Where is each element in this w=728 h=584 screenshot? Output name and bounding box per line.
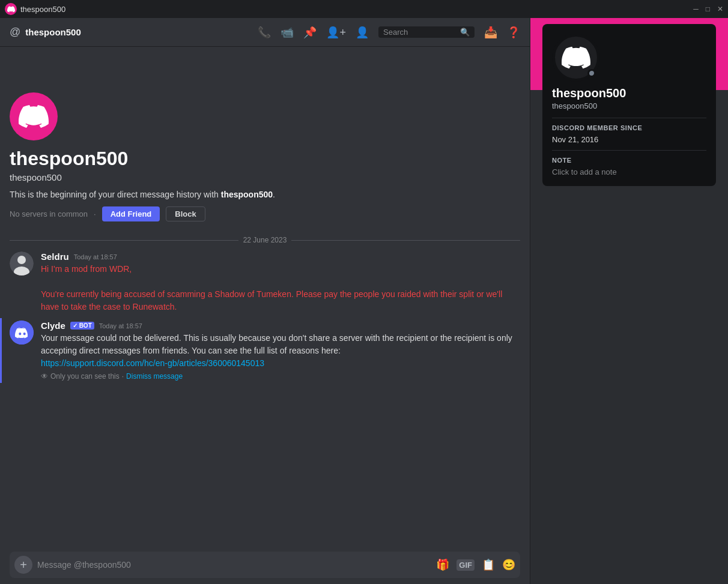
add-friend-icon[interactable]: 👤+ xyxy=(326,26,346,39)
video-icon[interactable]: 📹 xyxy=(281,26,294,39)
search-input[interactable] xyxy=(383,28,458,37)
profile-intro: thespoon500 thespoon500 This is the begi… xyxy=(0,56,530,231)
profile-name: thespoon500 xyxy=(10,148,520,170)
profile-card: thespoon500 thespoon500 DISCORD MEMBER S… xyxy=(542,24,716,186)
search-box[interactable]: 🔍 xyxy=(378,26,475,38)
titlebar-controls[interactable]: ─ □ ✕ xyxy=(693,5,723,13)
member-since-value: Nov 21, 2016 xyxy=(552,135,706,144)
profile-icon[interactable]: 👤 xyxy=(356,26,369,39)
seldru-message-header: Seldru Today at 18:57 xyxy=(41,251,520,262)
app-logo xyxy=(5,3,17,15)
input-box: + 🎁 GIF 📋 😊 xyxy=(10,552,520,578)
ephemeral-text: Only you can see this xyxy=(50,372,120,381)
dm-icon: @ xyxy=(10,26,20,38)
close-button[interactable]: ✕ xyxy=(717,5,723,13)
note-label: NOTE xyxy=(552,157,706,164)
add-attachment-button[interactable]: + xyxy=(14,556,32,574)
profile-description: This is the beginning of your direct mes… xyxy=(10,190,520,199)
clyde-avatar xyxy=(10,321,34,345)
seldru-message-content: Seldru Today at 18:57 Hi I'm a mod from … xyxy=(41,251,520,313)
input-area: + 🎁 GIF 📋 😊 xyxy=(0,546,530,584)
eye-icon: 👁 xyxy=(41,372,48,381)
chat-area: @ thespoon500 📞 📹 📌 👤+ 👤 🔍 📥 ❓ xyxy=(0,18,530,584)
seldru-author: Seldru xyxy=(41,251,69,262)
help-icon[interactable]: ❓ xyxy=(507,26,520,39)
toolbar-username: thespoon500 xyxy=(25,27,81,37)
profile-card-wrapper: thespoon500 thespoon500 DISCORD MEMBER S… xyxy=(530,60,728,186)
profile-actions: No servers in common · Add Friend Block xyxy=(10,206,520,221)
profile-handle: thespoon500 xyxy=(10,172,520,182)
clyde-message-header: Clyde ✓ BOT Today at 18:57 xyxy=(41,321,520,331)
titlebar-left: thespoon500 xyxy=(5,3,65,15)
message-group: Seldru Today at 18:57 Hi I'm a mod from … xyxy=(0,249,530,316)
note-field[interactable]: Click to add a note xyxy=(552,167,706,176)
right-panel: thespoon500 thespoon500 DISCORD MEMBER S… xyxy=(530,18,728,584)
clyde-link[interactable]: https://support.discord.com/hc/en-gb/art… xyxy=(41,358,264,368)
desc-before: This is the beginning of your direct mes… xyxy=(10,190,221,199)
add-friend-button[interactable]: Add Friend xyxy=(102,206,160,221)
user-avatar xyxy=(10,92,58,140)
profile-card-handle: thespoon500 xyxy=(552,101,706,110)
maximize-button[interactable]: □ xyxy=(706,5,710,13)
clyde-author: Clyde xyxy=(41,321,65,331)
titlebar: thespoon500 ─ □ ✕ xyxy=(0,0,728,18)
toolbar-icons: 📞 📹 📌 👤+ 👤 🔍 📥 ❓ xyxy=(258,26,520,39)
desc-bold: thespoon500 xyxy=(221,190,273,199)
profile-card-name: thespoon500 xyxy=(552,86,706,100)
profile-card-divider-2 xyxy=(552,150,706,151)
seldru-text: Hi I'm a mod from WDR, You're currently … xyxy=(41,263,520,313)
no-servers-text: No servers in common xyxy=(10,209,88,218)
block-button[interactable]: Block xyxy=(166,206,205,221)
emoji-icon[interactable]: 😊 xyxy=(502,558,515,571)
search-icon: 🔍 xyxy=(460,28,470,37)
member-since-label: DISCORD MEMBER SINCE xyxy=(552,124,706,131)
inbox-icon[interactable]: 📥 xyxy=(484,26,497,39)
dismiss-button[interactable]: Dismiss message xyxy=(126,372,183,381)
status-dot xyxy=(587,69,596,77)
toolbar: @ thespoon500 📞 📹 📌 👤+ 👤 🔍 📥 ❓ xyxy=(0,18,530,47)
minimize-button[interactable]: ─ xyxy=(693,5,699,13)
phone-icon[interactable]: 📞 xyxy=(258,26,271,39)
message-input[interactable] xyxy=(37,560,431,570)
gift-icon[interactable]: 🎁 xyxy=(436,558,449,571)
titlebar-app-name: thespoon500 xyxy=(20,5,65,14)
date-label: 22 June 2023 xyxy=(243,236,287,244)
desc-after: . xyxy=(273,190,275,199)
seldru-timestamp: Today at 18:57 xyxy=(74,253,117,260)
profile-card-avatar xyxy=(552,34,600,82)
seldru-avatar xyxy=(10,251,34,275)
clyde-message-group: Clyde ✓ BOT Today at 18:57 Your message … xyxy=(0,318,530,383)
sticker-icon[interactable]: 📋 xyxy=(482,558,495,571)
clyde-text: Your message could not be delivered. Thi… xyxy=(41,332,520,370)
svg-point-1 xyxy=(17,256,26,264)
profile-card-divider xyxy=(552,118,706,118)
clyde-timestamp: Today at 18:57 xyxy=(99,322,142,330)
bot-badge: ✓ BOT xyxy=(70,322,94,330)
gif-icon[interactable]: GIF xyxy=(457,559,475,571)
separator: · xyxy=(94,209,96,218)
ephemeral-note: 👁 Only you can see this · Dismiss messag… xyxy=(41,372,520,381)
app-body: @ thespoon500 📞 📹 📌 👤+ 👤 🔍 📥 ❓ xyxy=(0,18,728,584)
pin-icon[interactable]: 📌 xyxy=(303,26,317,39)
messages-area: thespoon500 thespoon500 This is the begi… xyxy=(0,47,530,546)
date-separator: 22 June 2023 xyxy=(0,231,530,249)
clyde-message-content: Clyde ✓ BOT Today at 18:57 Your message … xyxy=(41,321,520,381)
input-icons: 🎁 GIF 📋 😊 xyxy=(436,558,515,571)
